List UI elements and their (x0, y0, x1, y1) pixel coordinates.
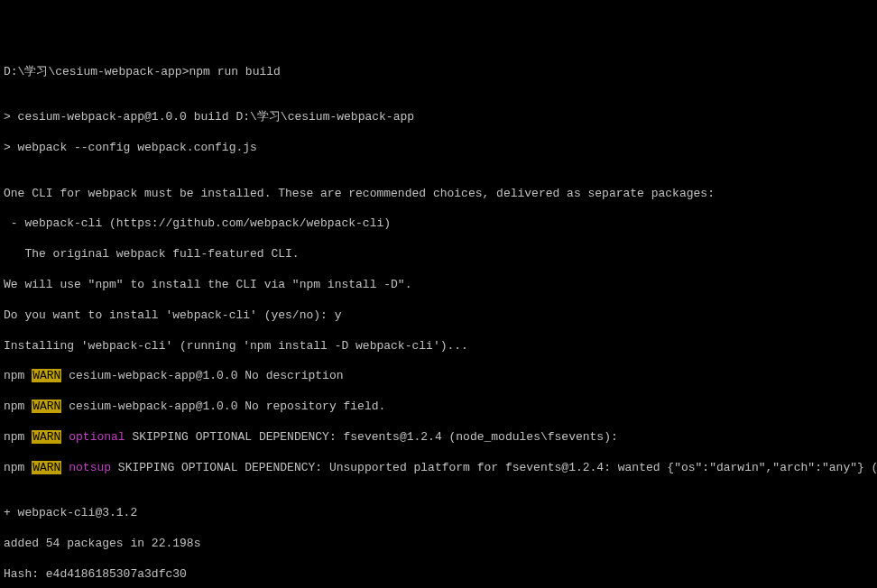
build-output: > cesium-webpack-app@1.0.0 build D:\学习\c… (4, 110, 873, 125)
npm-prefix: npm (4, 461, 32, 474)
build-output: > webpack --config webpack.config.js (4, 141, 873, 156)
cli-message: We will use "npm" to install the CLI via… (4, 278, 873, 293)
warn-text: cesium-webpack-app@1.0.0 No description (61, 369, 343, 382)
cli-message: One CLI for webpack must be installed. T… (4, 187, 873, 202)
webpack-hash: Hash: e4d4186185307a3dfc30 (4, 567, 873, 583)
warn-category: notsup (61, 461, 111, 474)
install-summary: + webpack-cli@3.1.2 (4, 506, 873, 521)
warn-category: optional (61, 430, 125, 444)
install-summary: added 54 packages in 22.198s (4, 537, 873, 552)
npm-prefix: npm (4, 430, 32, 444)
npm-warn-line: npm WARN cesium-webpack-app@1.0.0 No des… (4, 369, 873, 384)
cli-message: Installing 'webpack-cli' (running 'npm i… (4, 339, 873, 354)
cli-message: - webpack-cli (https://github.com/webpac… (4, 216, 873, 232)
warn-text: cesium-webpack-app@1.0.0 No repository f… (61, 400, 385, 413)
warn-badge: WARN (32, 461, 61, 474)
cli-message: The original webpack full-featured CLI. (4, 247, 873, 262)
cli-prompt: Do you want to install 'webpack-cli' (ye… (4, 308, 873, 324)
warn-text: SKIPPING OPTIONAL DEPENDENCY: fsevents@1… (125, 430, 618, 444)
npm-prefix: npm (4, 400, 32, 413)
terminal-prompt: D:\学习\cesium-webpack-app>npm run build (4, 65, 873, 80)
warn-badge: WARN (32, 369, 61, 382)
npm-warn-line: npm WARN notsup SKIPPING OPTIONAL DEPEND… (4, 461, 873, 476)
npm-warn-line: npm WARN optional SKIPPING OPTIONAL DEPE… (4, 430, 873, 446)
warn-text: SKIPPING OPTIONAL DEPENDENCY: Unsupporte… (111, 461, 877, 474)
npm-prefix: npm (4, 369, 32, 382)
npm-warn-line: npm WARN cesium-webpack-app@1.0.0 No rep… (4, 400, 873, 415)
warn-badge: WARN (32, 430, 61, 444)
warn-badge: WARN (32, 400, 61, 413)
